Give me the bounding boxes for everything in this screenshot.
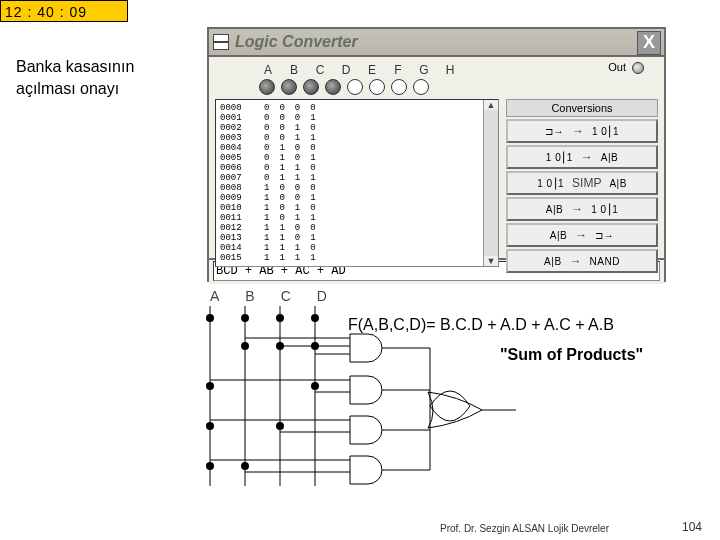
logic-converter-window: Logic Converter X A B C D E F G H Out 00… <box>207 27 666 282</box>
column-header: D <box>337 63 355 77</box>
scrollbar[interactable] <box>483 100 498 266</box>
window-body: A B C D E F G H Out 00000000000010001000… <box>209 57 664 258</box>
svg-point-13 <box>206 422 214 430</box>
circuit-svg <box>190 306 520 502</box>
truth-row[interactable]: 000810000 <box>220 183 494 193</box>
conversions-panel: Conversions ⊐→→1 0⎮11 0⎮1→A|B1 0⎮1SIMPA|… <box>506 99 658 275</box>
footer-text: Prof. Dr. Sezgin ALSAN Lojik Devreler <box>440 523 609 534</box>
conversion-button[interactable]: A|B→NAND <box>506 249 658 273</box>
truth-row[interactable]: 000601100 <box>220 163 494 173</box>
bulb-icon[interactable] <box>281 79 297 95</box>
truth-row[interactable]: 001411101 <box>220 243 494 253</box>
input-label: B <box>245 288 254 304</box>
conversion-button[interactable]: 1 0⎮1→A|B <box>506 145 658 169</box>
column-header: F <box>389 63 407 77</box>
conversions-title: Conversions <box>506 99 658 117</box>
column-header: H <box>441 63 459 77</box>
column-header: G <box>415 63 433 77</box>
svg-point-5 <box>241 314 249 322</box>
titlebar[interactable]: Logic Converter X <box>209 29 664 57</box>
column-header: E <box>363 63 381 77</box>
svg-point-11 <box>206 382 214 390</box>
column-header: A <box>259 63 277 77</box>
bulb-icon[interactable] <box>369 79 385 95</box>
window-title: Logic Converter <box>235 33 358 51</box>
bulb-icon[interactable] <box>347 79 363 95</box>
truth-table[interactable]: 0000000000001000100002001000003001100004… <box>215 99 499 267</box>
system-menu-icon[interactable] <box>213 34 229 50</box>
truth-row[interactable]: 001110111 <box>220 213 494 223</box>
input-label: C <box>281 288 291 304</box>
conversion-button[interactable]: 1 0⎮1SIMPA|B <box>506 171 658 195</box>
svg-point-15 <box>206 462 214 470</box>
truth-row[interactable]: 000300110 <box>220 133 494 143</box>
page-number: 104 <box>682 520 702 534</box>
timer: 12 : 40 : 09 <box>0 0 128 22</box>
column-headers: A B C D E F G H <box>259 63 459 77</box>
bulb-icon[interactable] <box>391 79 407 95</box>
truth-row[interactable]: 000910011 <box>220 193 494 203</box>
equation-text: F(A,B,C,D)= B.C.D + A.D + A.C + A.B <box>348 316 614 334</box>
sum-of-products-label: "Sum of Products" <box>500 346 643 364</box>
caption-text: Banka kasasının açılması onayı <box>16 56 186 100</box>
diagram-inputs: A B C D <box>210 288 327 304</box>
column-header: B <box>285 63 303 77</box>
truth-row[interactable]: 001511111 <box>220 253 494 263</box>
truth-row[interactable]: 000200100 <box>220 123 494 133</box>
svg-point-7 <box>311 314 319 322</box>
bulb-icon[interactable] <box>259 79 275 95</box>
truth-row[interactable]: 001211001 <box>220 223 494 233</box>
svg-point-16 <box>241 462 249 470</box>
svg-point-8 <box>241 342 249 350</box>
input-label: D <box>317 288 327 304</box>
svg-point-4 <box>206 314 214 322</box>
input-label: A <box>210 288 219 304</box>
truth-row[interactable]: 000000000 <box>220 103 494 113</box>
conversion-button[interactable]: ⊐→→1 0⎮1 <box>506 119 658 143</box>
close-button[interactable]: X <box>637 31 661 55</box>
conversion-button[interactable]: A|B→⊐→ <box>506 223 658 247</box>
truth-row[interactable]: 001311011 <box>220 233 494 243</box>
column-header: C <box>311 63 329 77</box>
svg-point-14 <box>276 422 284 430</box>
conversion-button[interactable]: A|B→1 0⎮1 <box>506 197 658 221</box>
truth-row[interactable]: 000401000 <box>220 143 494 153</box>
svg-point-6 <box>276 314 284 322</box>
truth-row[interactable]: 000501010 <box>220 153 494 163</box>
out-label: Out <box>608 61 644 74</box>
bulb-icon[interactable] <box>303 79 319 95</box>
bulb-icon[interactable] <box>413 79 429 95</box>
truth-row[interactable]: 000701111 <box>220 173 494 183</box>
truth-row[interactable]: 000100010 <box>220 113 494 123</box>
bulb-icon[interactable] <box>325 79 341 95</box>
input-bulbs <box>259 79 429 95</box>
svg-point-12 <box>311 382 319 390</box>
truth-row[interactable]: 001010101 <box>220 203 494 213</box>
